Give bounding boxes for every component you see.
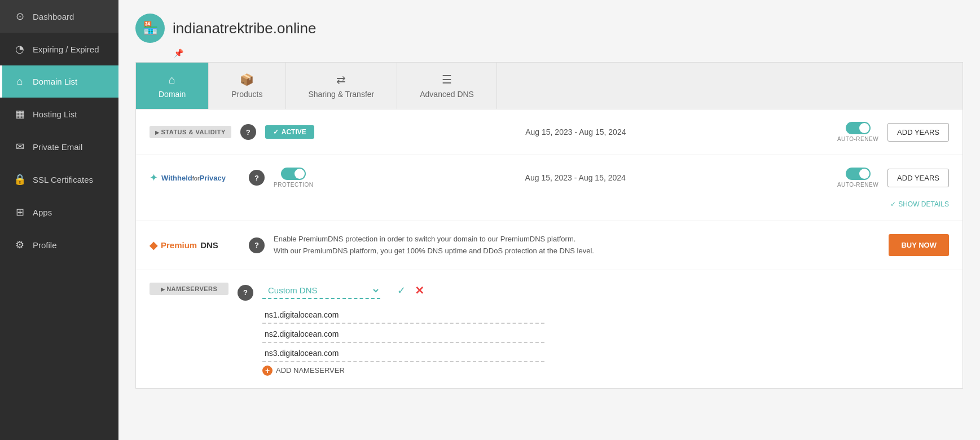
- sidebar-item-expiring-expired[interactable]: ◔Expiring / Expired: [0, 33, 118, 65]
- add-nameserver-button[interactable]: + ADD NAMESERVER: [262, 366, 345, 376]
- auto-renew-toggle[interactable]: [846, 122, 871, 134]
- sidebar: ⊙Dashboard◔Expiring / Expired⌂Domain Lis…: [0, 0, 118, 440]
- main-content: 🏪 indianatrektribe.online 📌 ⌂Domain📦Prod…: [118, 0, 980, 440]
- auto-renew-toggle-wrap: AUTO-RENEW: [837, 122, 878, 142]
- protection-label: PROTECTION: [274, 182, 314, 188]
- status-help-button[interactable]: ?: [240, 124, 256, 140]
- status-label: STATUS & VALIDITY: [150, 126, 231, 138]
- privacy-auto-renew-toggle[interactable]: [846, 168, 871, 180]
- sidebar-label-hosting-list: Hosting List: [33, 109, 77, 119]
- domain-title: indianatrektribe.online: [173, 20, 316, 37]
- privacy-help-button[interactable]: ?: [249, 170, 265, 186]
- tab-domain[interactable]: ⌂Domain: [136, 63, 209, 109]
- advanced-dns-tab-label: Advanced DNS: [420, 90, 474, 99]
- nameservers-confirm-icon[interactable]: ✓: [397, 284, 406, 297]
- dashboard-icon: ⊙: [14, 10, 26, 23]
- private-email-icon: ✉: [14, 140, 26, 153]
- sidebar-item-private-email[interactable]: ✉Private Email: [0, 130, 118, 163]
- sidebar-label-private-email: Private Email: [33, 142, 82, 152]
- status-validity-row: STATUS & VALIDITY ? ACTIVE Aug 15, 2023 …: [136, 109, 963, 155]
- products-tab-label: Products: [231, 90, 262, 99]
- sidebar-label-dashboard: Dashboard: [33, 12, 74, 21]
- nameserver-input-3[interactable]: [262, 345, 544, 362]
- content-area: STATUS & VALIDITY ? ACTIVE Aug 15, 2023 …: [135, 109, 963, 389]
- ssl-certificates-icon: 🔒: [14, 173, 26, 186]
- apps-icon: ⊞: [14, 206, 26, 218]
- privacy-auto-renew-label: AUTO-RENEW: [837, 182, 878, 188]
- nameserver-input-2[interactable]: [262, 326, 544, 343]
- buy-now-button[interactable]: BUY NOW: [889, 234, 949, 256]
- nameservers-section: NAMESERVERS ? Custom DNS Namecheap Basic…: [136, 270, 963, 388]
- auto-renew-label: AUTO-RENEW: [837, 136, 878, 142]
- protection-toggle[interactable]: [281, 168, 306, 180]
- advanced-dns-tab-icon: ☰: [442, 73, 452, 86]
- sidebar-item-profile[interactable]: ⚙Profile: [0, 228, 118, 261]
- withheld-for-privacy-logo: ✦ WithheldforPrivacy: [150, 171, 240, 184]
- premium-text: Premium: [161, 240, 197, 250]
- premium-dns-help-button[interactable]: ?: [249, 237, 265, 253]
- sidebar-item-dashboard[interactable]: ⊙Dashboard: [0, 0, 118, 33]
- products-tab-icon: 📦: [240, 73, 254, 86]
- premium-dns-description: Enable PremiumDNS protection in order to…: [274, 234, 880, 257]
- custom-dns-dropdown[interactable]: Custom DNS Namecheap BasicDNS Namecheap …: [262, 283, 380, 299]
- plus-circle-icon: +: [262, 366, 273, 376]
- nameserver-input-1[interactable]: [262, 307, 544, 324]
- premium-dns-desc-line1: Enable PremiumDNS protection in order to…: [274, 234, 880, 245]
- tab-sharing-transfer[interactable]: ⇄Sharing & Transfer: [286, 63, 398, 109]
- privacy-add-years-button[interactable]: ADD YEARS: [887, 169, 949, 187]
- hosting-list-icon: ▦: [14, 108, 26, 120]
- sharing-transfer-tab-icon: ⇄: [336, 73, 346, 86]
- sidebar-item-ssl-certificates[interactable]: 🔒SSL Certificates: [0, 163, 118, 196]
- expiring-expired-icon: ◔: [14, 43, 26, 55]
- sidebar-label-apps: Apps: [33, 208, 52, 217]
- tab-advanced-dns[interactable]: ☰Advanced DNS: [397, 63, 497, 109]
- tab-products[interactable]: 📦Products: [209, 63, 285, 109]
- domain-list-icon: ⌂: [14, 76, 26, 87]
- wfp-logo-text: WithheldforPrivacy: [161, 174, 226, 182]
- domain-tab-icon: ⌂: [169, 73, 175, 86]
- status-add-years-button[interactable]: ADD YEARS: [887, 123, 949, 142]
- privacy-auto-renew-wrap: AUTO-RENEW: [837, 168, 878, 188]
- gem-icon: ◆: [150, 239, 157, 252]
- domain-tab-label: Domain: [159, 90, 186, 99]
- sidebar-label-ssl-certificates: SSL Certificates: [33, 175, 93, 184]
- sidebar-item-hosting-list[interactable]: ▦Hosting List: [0, 98, 118, 130]
- sidebar-item-domain-list[interactable]: ⌂Domain List: [0, 65, 118, 98]
- sidebar-label-domain-list: Domain List: [33, 77, 77, 86]
- ns-entries-list: [262, 307, 949, 362]
- ns-dropdown-wrap: Custom DNS Namecheap BasicDNS Namecheap …: [262, 283, 949, 299]
- add-nameserver-label: ADD NAMESERVER: [276, 366, 345, 375]
- sidebar-label-expiring-expired: Expiring / Expired: [33, 45, 99, 54]
- sharing-transfer-tab-label: Sharing & Transfer: [309, 90, 375, 99]
- wfp-icon: ✦: [150, 171, 158, 184]
- pin-icon[interactable]: 📌: [174, 49, 963, 58]
- sidebar-item-apps[interactable]: ⊞Apps: [0, 196, 118, 228]
- premium-dns-desc-line2: With our PremiumDNS platform, you get 10…: [274, 245, 880, 257]
- domain-header: 🏪 indianatrektribe.online: [135, 14, 963, 43]
- show-details-link[interactable]: SHOW DETAILS: [890, 200, 949, 208]
- domain-tabs: ⌂Domain📦Products⇄Sharing & Transfer☰Adva…: [135, 62, 963, 109]
- protection-toggle-wrap: PROTECTION: [274, 168, 314, 188]
- domain-logo-icon: 🏪: [135, 14, 165, 43]
- profile-icon: ⚙: [14, 239, 26, 251]
- nameservers-cancel-icon[interactable]: ✕: [415, 284, 424, 297]
- privacy-date-range: Aug 15, 2023 - Aug 15, 2024: [323, 173, 828, 182]
- status-date-range: Aug 15, 2023 - Aug 15, 2024: [323, 127, 828, 137]
- status-active-badge: ACTIVE: [265, 125, 314, 139]
- dns-text: DNS: [200, 240, 218, 250]
- sidebar-label-profile: Profile: [33, 240, 57, 250]
- nameservers-controls: Custom DNS Namecheap BasicDNS Namecheap …: [262, 283, 949, 376]
- nameservers-label: NAMESERVERS: [150, 283, 228, 295]
- premium-dns-row: ◆ PremiumDNS ? Enable PremiumDNS protect…: [136, 221, 963, 270]
- nameservers-help-button[interactable]: ?: [238, 285, 253, 301]
- privacy-row: ✦ WithheldforPrivacy ? PROTECTION Aug 15…: [136, 155, 963, 221]
- premium-dns-logo: ◆ PremiumDNS: [150, 239, 240, 252]
